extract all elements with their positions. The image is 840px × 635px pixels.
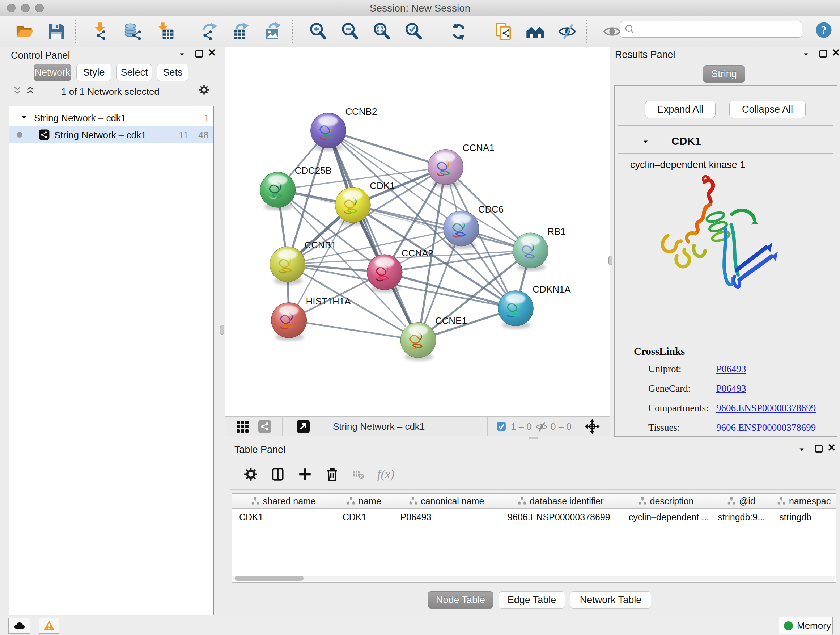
show-columns-icon[interactable] (270, 467, 286, 482)
column-header-description[interactable]: description (622, 494, 711, 508)
zoom-fit-icon[interactable] (373, 22, 392, 41)
network-graph: CCNB2CCNA1CDC25BCDK1CDC6RB1CCNB1CCNA2CDK… (225, 48, 609, 416)
network-edge-CCNB2-CCNA1[interactable] (328, 131, 445, 167)
table-cell[interactable]: cyclin–dependent ... (622, 510, 711, 524)
network-node-HIST1H1A[interactable]: HIST1H1A (271, 296, 351, 341)
float-results-icon[interactable] (819, 50, 827, 57)
network-edge-CDK1-RB1[interactable] (353, 205, 531, 250)
export-image-icon[interactable] (264, 22, 283, 41)
crosslink-value-link[interactable]: P06493 (716, 383, 746, 394)
add-column-icon[interactable] (297, 467, 313, 482)
network-options-gear-icon[interactable] (198, 84, 210, 96)
collapse-table-panel-icon[interactable] (798, 447, 806, 453)
selected-items-checkbox[interactable] (496, 421, 507, 432)
scrollbar-thumb[interactable] (235, 576, 303, 581)
fit-content-crosshair-icon[interactable] (584, 418, 600, 434)
tab-network-table[interactable]: Network Table (570, 591, 651, 608)
network-node-CDC6[interactable]: CDC6 (444, 204, 504, 249)
crosslink-value-link[interactable]: 9606.ENSP00000378699 (716, 422, 816, 433)
memory-button[interactable]: Memory (778, 617, 833, 634)
table-settings-gear-icon[interactable] (243, 467, 258, 482)
network-overview-icon[interactable] (257, 419, 272, 434)
network-edge-CCNB2-CCNE1[interactable] (328, 131, 418, 340)
results-panel-title: Results Panel (615, 49, 676, 60)
network-node-RB1[interactable]: RB1 (513, 226, 565, 271)
crosslink-label: Uniprot: (648, 363, 682, 375)
column-tree-icon (518, 497, 526, 505)
duplicate-network-icon[interactable] (494, 22, 513, 41)
export-network-icon[interactable] (201, 22, 219, 41)
tab-string[interactable]: String (703, 65, 745, 82)
delete-column-icon[interactable] (325, 467, 340, 482)
node-label-CDC25B: CDC25B (295, 165, 332, 176)
tab-style[interactable]: Style (76, 64, 111, 81)
tab-network[interactable]: Network (34, 64, 71, 81)
show-all-icon[interactable] (603, 22, 622, 41)
grid-view-icon[interactable] (235, 419, 249, 434)
collapse-results-icon[interactable] (802, 52, 810, 57)
column-header-database-identifier[interactable]: database identifier (500, 494, 622, 508)
open-session-icon[interactable] (15, 22, 34, 41)
float-table-panel-icon[interactable] (815, 445, 823, 453)
left-splitter-handle[interactable] (220, 325, 224, 334)
collapse-section-icon[interactable] (642, 139, 650, 145)
network-canvas[interactable]: CCNB2CCNA1CDC25BCDK1CDC6RB1CCNB1CCNA2CDK… (225, 47, 610, 416)
network-name: String Network – cdk1 (54, 130, 146, 141)
table-cell[interactable]: CDK1 (232, 510, 335, 524)
table-cell[interactable]: CDK1 (335, 510, 393, 524)
column-header-namespac[interactable]: namespac (772, 494, 836, 508)
gene-description: cyclin–dependent kinase 1 (630, 159, 745, 171)
network-node-CCNA1[interactable]: CCNA1 (428, 143, 494, 187)
zoom-in-icon[interactable] (309, 22, 328, 41)
table-cell[interactable]: 9606.ENSP00000378699 (500, 510, 622, 524)
collapse-panel-icon[interactable] (178, 52, 186, 57)
expand-collection-icon[interactable] (20, 114, 27, 120)
tab-select[interactable]: Select (117, 64, 152, 81)
import-database-icon[interactable] (124, 22, 142, 41)
column-header-canonical-name[interactable]: canonical name (393, 494, 500, 508)
crosslink-value-link[interactable]: 9606.ENSP00000378699 (716, 402, 816, 414)
collapse-all-networks-icon[interactable] (12, 86, 22, 96)
birdseye-view-icon[interactable] (296, 419, 310, 434)
float-panel-icon[interactable] (195, 50, 203, 57)
table-cell[interactable]: stringdb (772, 510, 836, 524)
cloud-status-button[interactable] (8, 618, 30, 633)
close-table-panel-icon[interactable]: ✕ (827, 444, 836, 452)
tab-sets[interactable]: Sets (157, 64, 188, 81)
table-row[interactable]: CDK1CDK1P064939606.ENSP00000378699cyclin… (232, 510, 836, 524)
zoom-selected-icon[interactable] (404, 22, 423, 41)
hide-selected-icon[interactable] (558, 22, 576, 41)
expand-all-networks-icon[interactable] (25, 86, 35, 96)
help-button[interactable]: ? (815, 21, 832, 39)
column-header-shared-name[interactable]: shared name (232, 494, 335, 508)
refresh-layout-icon[interactable] (449, 22, 468, 41)
cdk1-section-header[interactable]: CDK1 (618, 130, 833, 154)
crosslink-value-link[interactable]: P06493 (716, 363, 746, 375)
column-tree-icon (727, 497, 736, 505)
close-panel-icon[interactable]: ✕ (208, 49, 216, 57)
import-table-icon[interactable] (156, 22, 174, 41)
network-edge-CCNE1-HIST1H1A[interactable] (289, 320, 418, 340)
column-header--id[interactable]: @id (711, 494, 772, 508)
table-cell[interactable]: P06493 (393, 510, 500, 524)
warning-status-button[interactable] (39, 618, 59, 633)
zoom-out-icon[interactable] (341, 22, 360, 41)
expand-all-button[interactable]: Expand All (645, 101, 715, 118)
tab-node-table[interactable]: Node Table (428, 591, 493, 608)
export-table-icon[interactable] (232, 22, 251, 41)
search-input[interactable] (639, 22, 798, 36)
table-cell[interactable]: stringdb:9... (711, 510, 772, 524)
import-network-icon[interactable] (92, 22, 111, 41)
network-row-selected[interactable]: String Network – cdk1 11 48 (9, 126, 213, 143)
network-node-CDKN1A[interactable]: CDKN1A (498, 284, 571, 329)
tab-edge-table[interactable]: Edge Table (499, 591, 565, 608)
collapse-all-button[interactable]: Collapse All (729, 101, 806, 118)
column-header-name[interactable]: name (335, 494, 393, 508)
close-results-icon[interactable]: ✕ (832, 49, 840, 57)
save-session-icon[interactable] (47, 22, 66, 41)
network-collection-row[interactable]: String Network – cdk1 1 (9, 109, 213, 126)
table-toolbar: f(x) (230, 459, 836, 490)
hidden-items-icon[interactable] (535, 421, 548, 433)
column-tree-icon (638, 497, 647, 505)
first-neighbors-icon[interactable] (526, 22, 545, 41)
